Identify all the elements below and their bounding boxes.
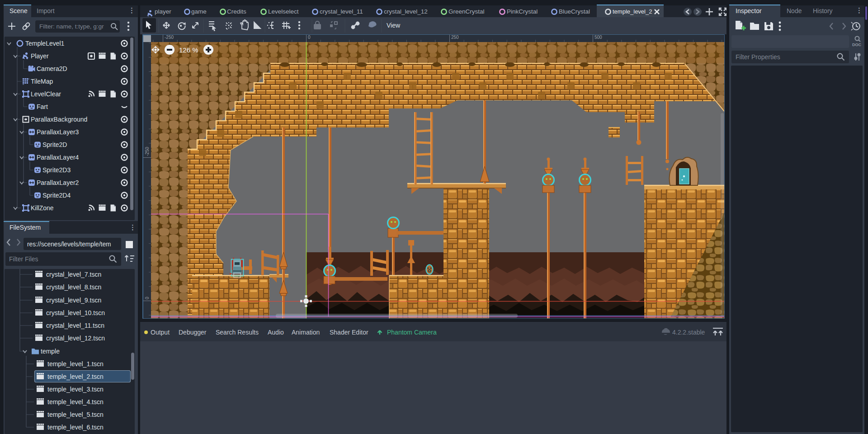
svg-text:4.2.2.stable: 4.2.2.stable xyxy=(672,329,705,336)
svg-text:ParallaxLayer4: ParallaxLayer4 xyxy=(37,154,79,161)
svg-text:temple_level_6.tscn: temple_level_6.tscn xyxy=(47,424,104,431)
svg-text:crystal_level_10.tscn: crystal_level_10.tscn xyxy=(46,309,105,316)
svg-text:crystal_level_8.tscn: crystal_level_8.tscn xyxy=(46,283,101,291)
svg-text:KillZone: KillZone xyxy=(31,204,54,212)
svg-text:250: 250 xyxy=(451,35,459,40)
svg-text:temple: temple xyxy=(41,348,60,355)
svg-text:ParallaxBackground: ParallaxBackground xyxy=(31,116,87,123)
svg-text:TempleLevel1: TempleLevel1 xyxy=(25,40,65,47)
svg-text:temple_level_2.tscn: temple_level_2.tscn xyxy=(47,373,104,380)
svg-text:Fart: Fart xyxy=(37,103,48,110)
svg-text:0: 0 xyxy=(308,35,311,40)
svg-text:-250: -250 xyxy=(165,35,174,40)
svg-text:game: game xyxy=(191,8,207,15)
svg-text:Player: Player xyxy=(31,52,49,60)
svg-text:TileMap: TileMap xyxy=(31,78,53,85)
svg-text:Shader Editor: Shader Editor xyxy=(330,329,368,336)
svg-text:temple_level_4.tscn: temple_level_4.tscn xyxy=(47,398,104,406)
svg-text:ParallaxLayer2: ParallaxLayer2 xyxy=(37,179,79,186)
svg-text:-250: -250 xyxy=(145,147,150,156)
svg-text:Animation: Animation xyxy=(292,329,320,336)
svg-text:500: 500 xyxy=(594,35,602,40)
svg-text:crystal_level_12: crystal_level_12 xyxy=(384,8,428,15)
svg-text:Search Results: Search Results xyxy=(216,329,259,336)
svg-text:ParallaxLayer3: ParallaxLayer3 xyxy=(37,128,79,136)
svg-text:Camera2D: Camera2D xyxy=(37,65,67,72)
svg-text:View: View xyxy=(387,22,401,29)
svg-text:Levelselect: Levelselect xyxy=(268,8,299,15)
svg-text:temple_level_5.tscn: temple_level_5.tscn xyxy=(47,411,104,418)
svg-text:crystal_level_7.tscn: crystal_level_7.tscn xyxy=(46,271,101,278)
svg-text:PinkCrystal: PinkCrystal xyxy=(507,8,538,15)
svg-text:res://scenes/levels/temple/tem: res://scenes/levels/temple/tem xyxy=(27,241,111,248)
svg-text:crystal_level_9.tscn: crystal_level_9.tscn xyxy=(46,297,101,304)
svg-text:Debugger: Debugger xyxy=(179,329,207,336)
svg-text:crystal_level_11.tscn: crystal_level_11.tscn xyxy=(46,322,104,329)
svg-text:crystal_level_11: crystal_level_11 xyxy=(320,8,363,15)
svg-text:temple_level_1.tscn: temple_level_1.tscn xyxy=(47,360,104,368)
svg-text:player: player xyxy=(155,8,171,15)
svg-text:GreenCrystal: GreenCrystal xyxy=(448,8,485,15)
svg-text:temple_level_3.tscn: temple_level_3.tscn xyxy=(47,386,104,393)
svg-text:Filter: name, t:type, g:gr: Filter: name, t:type, g:gr xyxy=(39,23,104,30)
svg-text:Filter Properties: Filter Properties xyxy=(736,53,780,61)
svg-text:0: 0 xyxy=(145,297,150,299)
svg-text:BlueCrystal: BlueCrystal xyxy=(559,8,590,15)
svg-text:Sprite2D3: Sprite2D3 xyxy=(42,166,71,174)
svg-text:Audio: Audio xyxy=(268,329,284,336)
svg-text:126 %: 126 % xyxy=(179,46,198,54)
svg-text:Phantom Camera: Phantom Camera xyxy=(387,329,437,336)
svg-text:LevelClear: LevelClear xyxy=(31,90,61,98)
svg-text:Filter Files: Filter Files xyxy=(9,255,38,263)
svg-text:DOC: DOC xyxy=(852,42,862,47)
svg-text:Credits: Credits xyxy=(227,8,246,15)
svg-text:temple_level_2: temple_level_2 xyxy=(613,8,652,15)
svg-text:Sprite2D4: Sprite2D4 xyxy=(42,192,71,199)
svg-text:Sprite2D: Sprite2D xyxy=(42,141,67,148)
svg-text:Output: Output xyxy=(151,329,170,336)
svg-text:crystal_level_12.tscn: crystal_level_12.tscn xyxy=(46,335,105,342)
